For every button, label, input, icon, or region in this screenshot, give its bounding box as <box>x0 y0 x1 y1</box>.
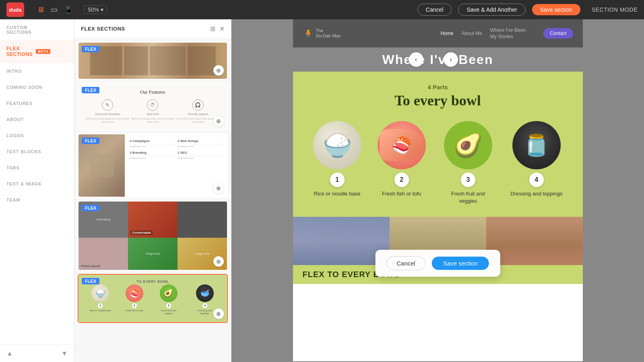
template-card-bowl[interactable]: FLEX TO EVERY BOWL 🍚 1 Rice or noodle ba… <box>78 274 228 323</box>
sidebar-item-text-blocks[interactable]: TEXT BLOCKS <box>0 144 74 160</box>
nav-link-home[interactable]: Home <box>440 31 453 36</box>
bowl-num-1: 1 <box>98 303 103 308</box>
card3-right-content: 4 Campaigns Small text here 2 Web Design… <box>125 134 227 197</box>
overlay-save-button[interactable]: Save section <box>432 257 489 270</box>
section-mode-label: SECTION MODE <box>592 6 638 13</box>
flex-tag-2: FLEX <box>82 87 99 93</box>
bowl-circle-2: 🍣 <box>126 284 143 302</box>
sidebar-item-team[interactable]: TEAM <box>0 192 74 208</box>
nav-link-about[interactable]: About Me <box>461 31 482 36</box>
template-card-grid[interactable]: FLEX subheading Comfortable Perfect Soun… <box>78 201 228 271</box>
overlay-cancel-button[interactable]: Cancel <box>386 256 425 270</box>
zoom-icon-3[interactable]: ⊕ <box>213 183 224 193</box>
sidebar-item-features[interactable]: FEATURES <box>0 95 74 111</box>
sidebar-item-tabs[interactable]: TABS <box>0 160 74 176</box>
bowl-label-fish: Fresh fish or tofu <box>382 190 421 197</box>
sidebar-bottom: ▲ ▼ <box>0 345 74 362</box>
desktop-icon[interactable]: 🖥 <box>35 4 46 16</box>
card5-items: 🍚 1 Rice or noodle base 🍣 2 Fresh fish o… <box>83 284 222 315</box>
close-icon[interactable]: ✕ <box>219 25 225 33</box>
zoom-icon-5[interactable]: ⊕ <box>213 309 224 319</box>
sidebar-item-about[interactable]: ABOUT <box>0 111 74 128</box>
bowl-item-sauce: 🫙 4 Dressing and toppings <box>510 121 562 197</box>
bowl-item-2: 🍣 2 Fresh fish or tofu <box>125 284 143 315</box>
bowl-subtitle: 4 Parts <box>309 84 567 90</box>
grid-cell-5: image area <box>128 238 178 270</box>
flex-tag-3: FLEX <box>82 138 99 144</box>
card2-title: Our Features <box>85 89 221 95</box>
flex-sections-label: FLEXSECTIONS <box>6 46 33 57</box>
zoom-icon-4[interactable]: ⊕ <box>213 256 224 267</box>
site-logo: 🧍 TheDo-Dah Man <box>303 28 341 39</box>
save-add-another-button[interactable]: Save & Add Another <box>458 4 525 16</box>
zoom-icon-2[interactable]: ⊕ <box>213 116 224 126</box>
cancel-button[interactable]: Cancel <box>417 4 452 16</box>
save-section-button[interactable]: Save section <box>532 4 580 15</box>
template-card-split[interactable]: FLEX 4 Campaigns Small text here <box>78 134 228 197</box>
bowl-items: 🍚 1 Rice or noodle base 🍣 2 Fresh fish o… <box>309 121 567 205</box>
sidebar-down-icon[interactable]: ▼ <box>61 350 68 357</box>
bowl-circle-3: 🥑 <box>160 284 178 302</box>
split-item-1: 4 Campaigns Small text here <box>130 139 174 148</box>
tablet-icon[interactable]: ▭ <box>49 4 59 16</box>
feature-item-2: ⏱ Save time Some text content goes here … <box>130 99 175 124</box>
preview-canvas: 🧍 TheDo-Dah Man Home About Me Where I've… <box>293 19 583 361</box>
flex-tag-1: FLEX <box>82 46 99 52</box>
bowl-image-avocado: 🥑 <box>444 121 492 169</box>
sidebar-item-intro[interactable]: INTRO <box>0 63 74 79</box>
bowl-number-2: 2 <box>394 173 409 187</box>
nav-link-where[interactable]: Where I've Been <box>490 27 526 33</box>
panel-title: FLEX SECTIONS <box>81 26 125 32</box>
bowl-item-4: 🥣 4 Dressing and toppings <box>194 284 216 315</box>
feature-label-3: Friendly support <box>188 112 208 116</box>
zoom-chevron-icon: ▾ <box>101 6 103 13</box>
grid-icon[interactable]: ⊞ <box>210 25 215 33</box>
feature-icon-2: ⏱ <box>147 99 158 111</box>
template-card-features[interactable]: FLEX Our Features ✎ Grow your business S… <box>78 83 228 130</box>
bowl-item-fish: 🍣 2 Fresh fish or tofu <box>378 121 426 197</box>
bowl-image-rice: 🍚 <box>313 121 361 169</box>
bowl-label-4: Dressing and toppings <box>194 309 216 315</box>
contact-button[interactable]: Contact <box>543 28 573 39</box>
bowl-label-2: Fresh fish or tofu <box>125 309 143 312</box>
split-item-3: 3 Branding Small text here <box>130 151 174 159</box>
mobile-icon[interactable]: 📱 <box>62 4 74 16</box>
carousel-next-button[interactable]: › <box>444 52 458 67</box>
bowl-number-1: 1 <box>330 173 345 187</box>
panel-header-icons: ⊞ ✕ <box>210 25 225 33</box>
split-item-2: 2 Web Design Small text here <box>178 139 222 148</box>
site-nav-links: Home About Me <box>440 31 482 36</box>
template-card-photo[interactable]: FLEX ⊕ <box>78 42 228 80</box>
site-nav: 🧍 TheDo-Dah Man Home About Me Where I've… <box>293 19 583 47</box>
bowl-title: To every bowl <box>309 92 567 109</box>
panel-header: FLEX SECTIONS ⊞ ✕ <box>74 19 231 39</box>
bowl-circle-4: 🥣 <box>196 284 214 302</box>
feature-icon-3: 🎧 <box>192 99 204 111</box>
carousel-prev-button[interactable]: ‹ <box>409 52 423 67</box>
zoom-icon-1[interactable]: ⊕ <box>213 65 224 76</box>
site-logo-text: TheDo-Dah Man <box>316 28 341 39</box>
sidebar-item-custom-sections[interactable]: CUSTOMSECTIONS <box>0 19 74 40</box>
sidebar-item-coming-soon[interactable]: COMING SOON <box>0 79 74 95</box>
grid-overlay-2: Comfortable <box>130 228 175 235</box>
feature-icon-1: ✎ <box>102 99 113 111</box>
nav-link-stories[interactable]: My Stories <box>490 34 526 39</box>
site-logo-icon: 🧍 <box>303 28 314 39</box>
card1-photo <box>78 43 227 79</box>
sidebar-item-flex-sections[interactable]: FLEXSECTIONS BETA <box>0 40 74 63</box>
preview-scroll: 🧍 TheDo-Dah Man Home About Me Where I've… <box>231 19 644 362</box>
zoom-selector[interactable]: 50% ▾ <box>84 5 107 14</box>
topbar: duda 🖥 ▭ 📱 50% ▾ Cancel Save & Add Anoth… <box>0 0 644 19</box>
save-overlay: Cancel Save section <box>375 250 500 277</box>
grid-label-2: Comfortable <box>130 230 153 235</box>
sidebar-item-text-image[interactable]: TEXT & IMAGE <box>0 176 74 192</box>
bowl-number-3: 3 <box>461 173 475 187</box>
sidebar-up-icon[interactable]: ▲ <box>6 350 13 357</box>
bowl-item-3: 🥑 3 Fresh fruit and veggies <box>157 284 180 315</box>
panel-content: FLEX ⊕ FLEX Our Features <box>74 39 231 362</box>
sidebar-item-logos[interactable]: LOGOS <box>0 128 74 144</box>
main-layout: CUSTOMSECTIONS FLEXSECTIONS BETA INTRO C… <box>0 19 644 362</box>
flex-tag-5: FLEX <box>82 278 99 284</box>
bowl-section: 4 Parts To every bowl 🍚 1 Rice or noodle… <box>293 72 583 217</box>
bowl-image-fish: 🍣 <box>378 121 426 169</box>
